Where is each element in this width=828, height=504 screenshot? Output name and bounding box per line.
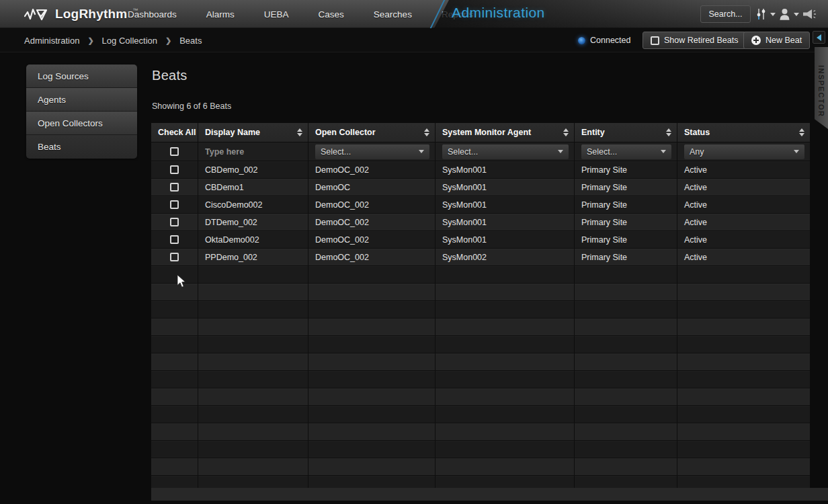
sliders-dropdown-chevron-icon[interactable]: [770, 13, 776, 16]
cell-entity: Primary Site: [575, 249, 677, 265]
table-row-empty: [151, 319, 810, 336]
column-header-label: Entity: [581, 128, 605, 137]
table-row-empty: [151, 371, 810, 388]
nav-item-alarms[interactable]: Alarms: [206, 9, 235, 19]
cell-open-collector: [308, 476, 436, 488]
column-header-system-monitor-agent[interactable]: System Monitor Agent: [436, 123, 575, 142]
cell-display-name: [198, 284, 308, 300]
cell-open-collector: [308, 423, 436, 440]
system-monitor-agent-filter-select[interactable]: Select...: [442, 144, 569, 159]
cell-entity: [575, 423, 677, 440]
nav-item-cases[interactable]: Cases: [319, 9, 344, 19]
breadcrumb-log-collection[interactable]: Log Collection: [102, 36, 157, 46]
cell-status: Active: [677, 231, 810, 248]
nav-item-searches[interactable]: Searches: [374, 9, 412, 19]
column-header-status[interactable]: Status: [677, 123, 810, 142]
open-collector-filter-select[interactable]: Select...: [315, 144, 429, 159]
table-row[interactable]: DTDemo_002DemoOC_002SysMon001Primary Sit…: [151, 214, 810, 231]
sort-icon[interactable]: [666, 128, 671, 136]
cell-entity: Primary Site: [575, 231, 677, 248]
cell-entity: [575, 458, 677, 475]
new-beat-label: New Beat: [765, 36, 802, 45]
nav-item-administration-active[interactable]: Administration: [452, 5, 545, 21]
check-all-checkbox[interactable]: [170, 147, 179, 156]
inspector-collapse-button[interactable]: [813, 31, 825, 44]
column-header-entity[interactable]: Entity: [575, 123, 677, 142]
filter-cell-entity: Select...: [575, 142, 677, 161]
row-checkbox[interactable]: [170, 183, 179, 192]
cell-entity: [575, 266, 677, 283]
table-row-empty: [151, 406, 810, 423]
user-icon[interactable]: [778, 7, 792, 21]
cell-display-name: CiscoDemo002: [198, 196, 308, 213]
cell-entity: [575, 441, 677, 458]
connected-status-label: Connected: [590, 36, 630, 45]
sidebar-item-beats[interactable]: Beats: [26, 135, 137, 159]
column-header-label: Status: [684, 128, 710, 137]
row-checkbox-cell: [151, 458, 198, 475]
breadcrumb: Administration ❯ Log Collection ❯ Beats: [24, 28, 202, 52]
new-beat-button[interactable]: New Beat: [743, 32, 810, 49]
cell-status: [677, 441, 810, 458]
cell-open-collector: [308, 353, 436, 370]
logrhythm-logo-icon: [24, 6, 50, 22]
nav-menu: Dashboards Alarms UEBA Cases Searches Re…: [128, 0, 473, 28]
cell-system-monitor-agent: [436, 441, 575, 458]
cell-system-monitor-agent: [436, 371, 575, 388]
cell-open-collector: [308, 301, 436, 318]
row-checkbox[interactable]: [170, 165, 179, 174]
row-checkbox[interactable]: [170, 200, 179, 209]
sidebar-item-log-sources[interactable]: Log Sources: [26, 65, 137, 88]
row-checkbox-cell: [151, 249, 198, 265]
table-row-empty: [151, 353, 810, 371]
status-filter-select[interactable]: Any: [684, 144, 804, 159]
megaphone-icon[interactable]: [801, 7, 817, 21]
cell-status: Active: [677, 179, 810, 196]
display-name-filter-input[interactable]: [205, 147, 302, 157]
sort-icon[interactable]: [563, 128, 569, 136]
row-checkbox[interactable]: [170, 253, 179, 261]
cell-entity: Primary Site: [575, 214, 677, 230]
breadcrumb-beats[interactable]: Beats: [179, 36, 202, 46]
table-row[interactable]: CBDemo_002DemoOC_002SysMon001Primary Sit…: [151, 161, 810, 179]
sidebar-item-agents[interactable]: Agents: [26, 88, 137, 112]
breadcrumb-administration[interactable]: Administration: [24, 36, 79, 46]
column-header-label: System Monitor Agent: [442, 128, 531, 137]
cell-display-name: [198, 476, 308, 488]
cell-display-name: CBDemo_002: [198, 161, 308, 178]
row-checkbox-cell: [151, 266, 198, 283]
row-checkbox[interactable]: [170, 218, 179, 226]
row-checkbox-cell: [151, 231, 198, 248]
cell-open-collector: [308, 388, 436, 405]
cell-entity: [575, 388, 677, 405]
table-row[interactable]: CBDemo1DemoOCSysMon001Primary SiteActive: [151, 179, 810, 196]
cell-display-name: CBDemo1: [198, 179, 308, 196]
sidebar-item-open-collectors[interactable]: Open Collectors: [26, 112, 137, 135]
column-header-display-name[interactable]: Display Name: [198, 123, 308, 142]
cell-status: [677, 319, 810, 335]
show-retired-beats-button[interactable]: Show Retired Beats: [643, 32, 746, 49]
search-input[interactable]: Search...: [700, 5, 751, 23]
mouse-cursor: [177, 274, 187, 288]
cell-system-monitor-agent: [436, 406, 575, 423]
sidebar-item-label: Log Sources: [38, 71, 89, 81]
show-retired-checkbox[interactable]: [651, 36, 659, 45]
cell-open-collector: [308, 441, 436, 458]
row-checkbox[interactable]: [170, 235, 179, 244]
inspector-tab-label: INSPECTOR: [817, 58, 825, 117]
nav-item-ueba[interactable]: UEBA: [264, 9, 289, 19]
column-header-open-collector[interactable]: Open Collector: [308, 123, 436, 142]
nav-item-dashboards[interactable]: Dashboards: [128, 9, 177, 19]
table-row[interactable]: PPDemo_002DemoOC_002SysMon002Primary Sit…: [151, 249, 810, 266]
table-row[interactable]: OktaDemo002DemoOC_002SysMon001Primary Si…: [151, 231, 810, 249]
inspector-tab[interactable]: INSPECTOR: [815, 47, 828, 129]
sort-icon[interactable]: [799, 128, 804, 136]
row-checkbox-cell: [151, 353, 198, 370]
sliders-icon[interactable]: [755, 7, 768, 21]
user-dropdown-chevron-icon[interactable]: [794, 13, 799, 16]
table-row-empty: [151, 336, 810, 353]
sort-icon[interactable]: [297, 128, 302, 136]
sort-icon[interactable]: [424, 128, 429, 136]
table-row[interactable]: CiscoDemo002DemoOC_002SysMon001Primary S…: [151, 196, 810, 214]
entity-filter-select[interactable]: Select...: [581, 144, 671, 159]
